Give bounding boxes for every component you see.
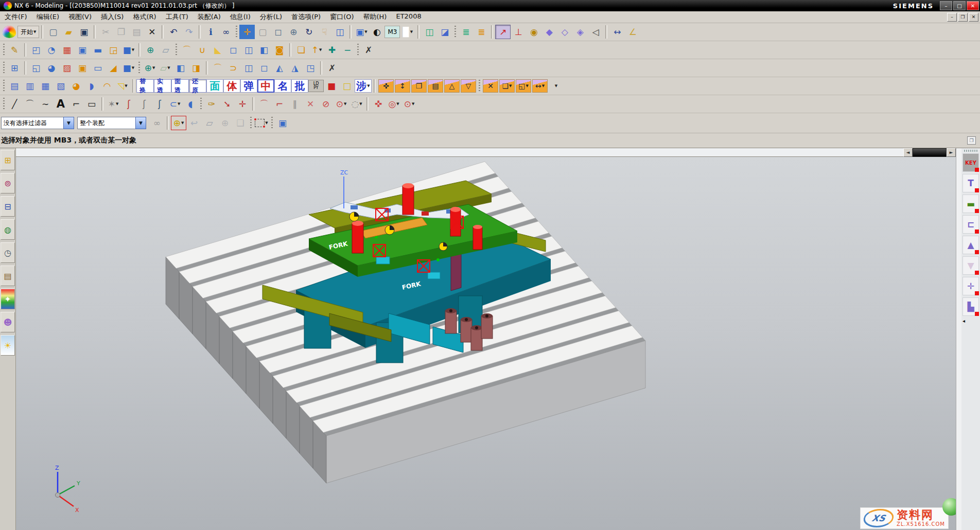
trim-curve-button[interactable]: ➘ bbox=[219, 97, 235, 111]
paste-button[interactable]: ▤ bbox=[129, 25, 144, 39]
dropdown-arrow-icon[interactable]: ▼ bbox=[364, 30, 367, 34]
hd3d-tools-tab[interactable]: ✦ bbox=[1, 289, 15, 309]
menu-view[interactable]: 视图(V) bbox=[64, 11, 96, 23]
scroll-left-icon[interactable]: ◄ bbox=[903, 148, 913, 157]
elbow-part-tile[interactable]: ▙ bbox=[962, 297, 979, 316]
object-display-button[interactable]: ◉ bbox=[526, 25, 541, 39]
snap-intersection-button[interactable]: ◈ bbox=[572, 25, 588, 39]
chamfer-button[interactable]: ◣ bbox=[210, 43, 225, 57]
menu-insert[interactable]: 插入(S) bbox=[96, 11, 128, 23]
fit-view-button[interactable]: ✛ bbox=[239, 25, 255, 39]
find-component-button[interactable]: ∞ bbox=[149, 116, 165, 130]
trim-body-button[interactable]: ◧ bbox=[173, 61, 188, 75]
circle-button[interactable]: ⊙▼ bbox=[334, 97, 349, 111]
vertical-scrollbar[interactable] bbox=[956, 148, 961, 530]
counterbore-hole-button[interactable]: ▣ bbox=[75, 61, 90, 75]
menu-help[interactable]: 帮助(H) bbox=[359, 11, 392, 23]
split-body-button[interactable]: ◧ bbox=[256, 43, 272, 57]
view-orientation-button[interactable]: ▣▼ bbox=[354, 25, 369, 39]
dropdown-arrow-icon[interactable]: ▼ bbox=[125, 84, 127, 88]
part-navigator-tab[interactable]: ⊟ bbox=[1, 196, 15, 217]
measure-distance-button[interactable]: ↔ bbox=[609, 25, 625, 39]
shaded-cube-button[interactable]: ▣ bbox=[275, 116, 290, 130]
edge-blend-button[interactable]: ⌒ bbox=[179, 43, 195, 57]
through-curve-mesh-button[interactable]: ▦ bbox=[38, 79, 53, 93]
dropdown-arrow-icon[interactable]: ▼ bbox=[526, 84, 528, 88]
m3-layer-button[interactable]: M3 bbox=[384, 26, 400, 38]
pattern-copies-button[interactable]: ◱▼ bbox=[516, 79, 531, 93]
triangle-plate-part-tile[interactable]: ▲ bbox=[962, 236, 979, 254]
section-curve-button[interactable]: ◖ bbox=[183, 97, 198, 111]
new-file-button[interactable]: ▢ bbox=[45, 25, 61, 39]
undo-button[interactable]: ↶ bbox=[166, 25, 181, 39]
menu-tools[interactable]: 工具(T) bbox=[161, 11, 193, 23]
move-object-button[interactable]: ✜ bbox=[378, 79, 394, 93]
history-tab[interactable]: ◷ bbox=[1, 242, 15, 263]
datum-plane-button[interactable]: ▱▼ bbox=[157, 61, 173, 75]
measure-angle-button[interactable]: ∠ bbox=[625, 25, 640, 39]
horizontal-scrollbar[interactable]: ◄ ► bbox=[16, 148, 956, 157]
cross-line-button[interactable]: ✕ bbox=[303, 97, 318, 111]
bend-button[interactable]: ⌒ bbox=[210, 61, 225, 75]
name-macro-button[interactable]: 名 bbox=[274, 79, 291, 93]
menu-preferences[interactable]: 首选项(P) bbox=[287, 11, 325, 23]
wrap-curve-button[interactable]: ʃ bbox=[152, 97, 167, 111]
save-button[interactable]: ▣ bbox=[76, 25, 92, 39]
dropdown-arrow-icon[interactable]: ▼ bbox=[542, 84, 545, 88]
selection-filter-combo[interactable]: 没有选择过滤器 ▼ bbox=[1, 117, 74, 129]
close-button[interactable]: ✕ bbox=[967, 1, 979, 10]
restore-macro-button[interactable]: 还原 bbox=[189, 79, 206, 93]
slab-button[interactable]: ▭ bbox=[90, 61, 106, 75]
immediate-hide-button[interactable]: ◪ bbox=[437, 25, 452, 39]
bridge-surface-button[interactable]: ◠ bbox=[99, 79, 115, 93]
body-macro-button[interactable]: 体 bbox=[223, 79, 240, 93]
paste-object-button[interactable]: ▤ bbox=[428, 79, 443, 93]
dropdown-arrow-icon[interactable]: ▼ bbox=[367, 84, 370, 88]
revolve-button[interactable]: ◔ bbox=[44, 43, 59, 57]
menu-assemblies[interactable]: 装配(A) bbox=[193, 11, 225, 23]
sheet-body-button[interactable]: ▱ bbox=[158, 43, 173, 57]
dropdown-arrow-icon[interactable]: ▼ bbox=[344, 102, 346, 106]
pattern-geometry-button[interactable]: ⊞ bbox=[7, 61, 22, 75]
selection-cursor-button[interactable]: ◁ bbox=[588, 25, 603, 39]
unite-button[interactable]: ⊕ bbox=[143, 43, 158, 57]
delete-button[interactable]: ✕ bbox=[144, 25, 160, 39]
punch-part-tile[interactable]: ▼ bbox=[962, 256, 979, 275]
solid-translucent-macro-button[interactable]: 实透 bbox=[154, 79, 171, 93]
reuse-library-tab[interactable]: ◍ bbox=[1, 219, 15, 240]
delete-face-button[interactable]: ✗ bbox=[361, 43, 376, 57]
mesh-surface-button[interactable]: ▨ bbox=[59, 61, 75, 75]
dropdown-arrow-icon[interactable]: ▼ bbox=[412, 102, 414, 106]
project-curve-button[interactable]: ʃ bbox=[121, 97, 136, 111]
emboss-button[interactable]: ◲ bbox=[106, 43, 121, 57]
boolean-subtract-button[interactable]: − bbox=[340, 43, 355, 57]
menu-analysis[interactable]: 分析(L) bbox=[255, 11, 287, 23]
trim-sheet-button[interactable]: ◮ bbox=[287, 61, 303, 75]
face-blend-button[interactable]: ∪ bbox=[195, 43, 210, 57]
ruled-mesh-button[interactable]: ▦ bbox=[59, 43, 75, 57]
rotate-object-button[interactable]: △ bbox=[444, 79, 460, 93]
snap-point-diamond-button[interactable]: ◆ bbox=[541, 25, 557, 39]
text-curve-button[interactable]: A bbox=[53, 97, 68, 111]
rectangle-select-button[interactable]: ▼ bbox=[254, 116, 269, 130]
ruled-surface-button[interactable]: ▤ bbox=[7, 79, 22, 93]
center-macro-button[interactable]: 中 bbox=[257, 79, 274, 93]
copy-object-button[interactable]: ❐ bbox=[411, 79, 427, 93]
parallel-line-button[interactable]: ∥ bbox=[287, 97, 303, 111]
wcs-triad[interactable]: Z Y X bbox=[55, 465, 80, 514]
cylinder-transform-button[interactable]: ▽ bbox=[461, 79, 476, 93]
dropdown-arrow-icon[interactable]: ▼ bbox=[132, 66, 134, 70]
cross-bolt-part-tile[interactable]: ✛ bbox=[962, 277, 979, 295]
collapse-panel-icon[interactable]: ◂ bbox=[962, 318, 965, 324]
scale-x-button[interactable]: ↔▼ bbox=[532, 79, 548, 93]
pan-view-button[interactable]: ☟ bbox=[317, 25, 332, 39]
previous-selection-button[interactable]: ↩ bbox=[186, 116, 202, 130]
rotate-view-button[interactable]: ↻ bbox=[301, 25, 317, 39]
spline-button[interactable]: ∼ bbox=[38, 97, 53, 111]
polygon-button[interactable]: ✶▼ bbox=[106, 97, 121, 111]
delete-feature-button[interactable]: ✗ bbox=[324, 61, 340, 75]
information-button[interactable]: ℹ bbox=[203, 25, 218, 39]
menu-edit[interactable]: 编辑(E) bbox=[32, 11, 64, 23]
curve-intersect-button[interactable]: ✛ bbox=[235, 97, 250, 111]
combined-projection-button[interactable]: ʃ bbox=[136, 97, 152, 111]
